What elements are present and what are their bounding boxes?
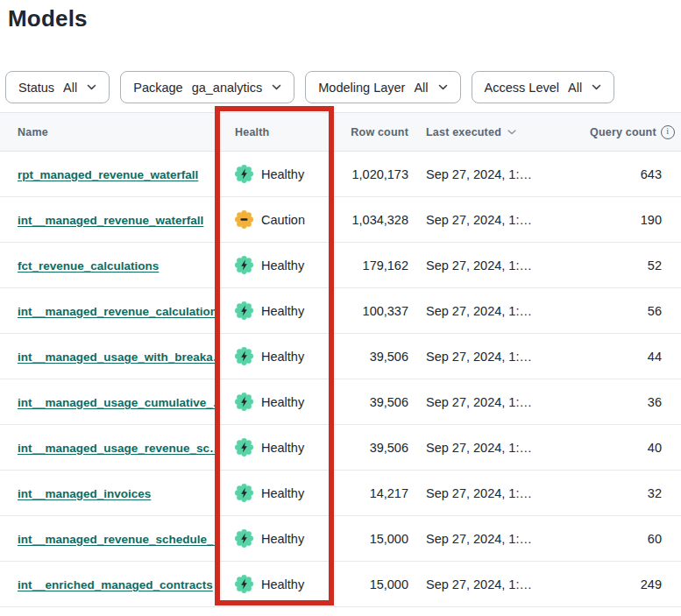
chevron-down-icon xyxy=(438,84,448,90)
column-header-last-executed-label: Last executed xyxy=(426,126,501,138)
column-header-health: Health xyxy=(217,126,336,138)
health-badge xyxy=(235,529,253,548)
filter-label: Modeling Layer xyxy=(318,81,405,95)
chevron-down-icon xyxy=(87,84,96,90)
query-count-cell: 32 xyxy=(590,486,681,500)
column-header-query-count: Query count i xyxy=(590,125,681,139)
table-row: int__enriched_managed_contracts Healthy xyxy=(0,562,681,607)
health-label: Healthy xyxy=(261,395,304,409)
query-count-cell: 190 xyxy=(590,213,681,227)
last-executed-cell: Sep 27, 2024, 1:… xyxy=(410,577,590,591)
last-executed-cell: Sep 27, 2024, 1:… xyxy=(410,441,590,455)
chevron-down-icon xyxy=(592,84,601,90)
model-name-link[interactable]: int__managed_revenue_schedule_… xyxy=(18,533,217,546)
model-name-link[interactable]: int__managed_usage_cumulative_… xyxy=(18,396,217,409)
last-executed-cell: Sep 27, 2024, 1:… xyxy=(410,213,590,227)
caution-minus-icon xyxy=(241,218,248,220)
health-label: Healthy xyxy=(261,577,304,591)
row-count-cell: 15,000 xyxy=(336,577,410,591)
last-executed-cell: Sep 27, 2024, 1:… xyxy=(410,486,590,500)
query-count-cell: 56 xyxy=(590,304,681,318)
filter-package[interactable]: Package ga_analytics xyxy=(120,71,294,103)
table-body: rpt_managed_revenue_waterfall Healthy xyxy=(0,152,681,607)
query-count-cell: 60 xyxy=(590,532,681,546)
filter-value: All xyxy=(568,81,582,95)
table-row: int__managed_revenue_schedule_… Healthy xyxy=(0,516,681,562)
health-badge xyxy=(235,393,253,411)
chevron-down-icon xyxy=(272,84,281,90)
row-count-cell: 179,162 xyxy=(336,258,410,273)
filter-value: All xyxy=(414,81,428,95)
table-row: int__managed_invoices Healthy 14,2 xyxy=(0,471,681,516)
filter-label: Access Level xyxy=(485,81,559,95)
last-executed-cell: Sep 27, 2024, 1:… xyxy=(410,350,590,364)
last-executed-cell: Sep 27, 2024, 1:… xyxy=(410,532,590,546)
model-name-link[interactable]: int__managed_revenue_waterfall xyxy=(18,214,203,227)
table-row: int__managed_usage_cumulative_… Healthy xyxy=(0,379,681,425)
sort-chevron-icon xyxy=(507,130,516,135)
health-badge xyxy=(235,484,253,502)
row-count-cell: 1,034,328 xyxy=(336,213,410,227)
health-badge xyxy=(235,347,253,365)
table-row: int__managed_revenue_calculations Health… xyxy=(0,288,681,334)
column-header-name: Name xyxy=(0,126,217,138)
table-row: int__managed_revenue_waterfall Caution xyxy=(0,197,681,243)
filter-label: Status xyxy=(18,81,54,95)
last-executed-cell: Sep 27, 2024, 1:… xyxy=(410,395,590,409)
last-executed-cell: Sep 27, 2024, 1:… xyxy=(410,258,590,273)
filter-bar: Status All Package ga_analytics Modeling… xyxy=(5,71,614,103)
row-count-cell: 1,020,173 xyxy=(336,167,410,181)
column-header-query-count-label: Query count xyxy=(590,126,656,138)
row-count-cell: 15,000 xyxy=(336,532,410,546)
health-label: Healthy xyxy=(261,350,304,364)
table-row: int__managed_usage_revenue_sc… Healthy xyxy=(0,425,681,471)
health-label: Healthy xyxy=(261,441,304,455)
filter-status[interactable]: Status All xyxy=(5,71,110,103)
column-header-row-count: Row count xyxy=(336,126,410,138)
table-header: Name Health Row count Last executed Quer… xyxy=(0,112,681,152)
table-row: rpt_managed_revenue_waterfall Healthy xyxy=(0,152,681,197)
model-name-link[interactable]: fct_revenue_calculations xyxy=(18,259,159,273)
models-page: Models Status All Package ga_analytics M… xyxy=(0,0,681,616)
last-executed-cell: Sep 27, 2024, 1:… xyxy=(410,167,590,181)
health-badge xyxy=(235,438,253,457)
query-count-cell: 44 xyxy=(590,350,681,364)
table-row: fct_revenue_calculations Healthy 1 xyxy=(0,243,681,288)
health-label: Healthy xyxy=(261,486,304,500)
filter-modeling-layer[interactable]: Modeling Layer All xyxy=(305,71,460,103)
health-label: Healthy xyxy=(261,258,304,273)
health-badge xyxy=(235,210,253,229)
query-count-cell: 36 xyxy=(590,395,681,409)
filter-label: Package xyxy=(133,81,182,95)
health-badge xyxy=(235,301,253,320)
model-name-link[interactable]: int__managed_invoices xyxy=(18,487,151,500)
column-header-last-executed[interactable]: Last executed xyxy=(410,126,590,138)
health-label: Healthy xyxy=(261,532,304,546)
row-count-cell: 100,337 xyxy=(336,304,410,318)
filter-value: ga_analytics xyxy=(192,81,263,95)
health-label: Healthy xyxy=(261,304,304,318)
filter-value: All xyxy=(63,81,77,95)
row-count-cell: 14,217 xyxy=(336,486,410,500)
health-label: Caution xyxy=(261,213,305,227)
row-count-cell: 39,506 xyxy=(336,350,410,364)
info-icon[interactable]: i xyxy=(661,125,675,139)
query-count-cell: 40 xyxy=(590,441,681,455)
model-name-link[interactable]: int__managed_revenue_calculations xyxy=(18,305,217,318)
health-badge xyxy=(235,165,253,183)
table-row: int__managed_usage_with_breaka… Healthy xyxy=(0,334,681,379)
health-label: Healthy xyxy=(261,167,304,181)
filter-access-level[interactable]: Access Level All xyxy=(472,71,615,103)
query-count-cell: 52 xyxy=(590,258,681,273)
last-executed-cell: Sep 27, 2024, 1:… xyxy=(410,304,590,318)
row-count-cell: 39,506 xyxy=(336,395,410,409)
model-name-link[interactable]: int__managed_usage_revenue_sc… xyxy=(18,442,217,455)
model-name-link[interactable]: int__enriched_managed_contracts xyxy=(18,578,213,591)
health-badge xyxy=(235,256,253,274)
health-badge xyxy=(235,575,253,593)
model-name-link[interactable]: int__managed_usage_with_breaka… xyxy=(18,350,217,364)
model-name-link[interactable]: rpt_managed_revenue_waterfall xyxy=(18,168,198,181)
query-count-cell: 643 xyxy=(590,167,681,181)
page-title: Models xyxy=(8,5,88,32)
row-count-cell: 39,506 xyxy=(336,441,410,455)
